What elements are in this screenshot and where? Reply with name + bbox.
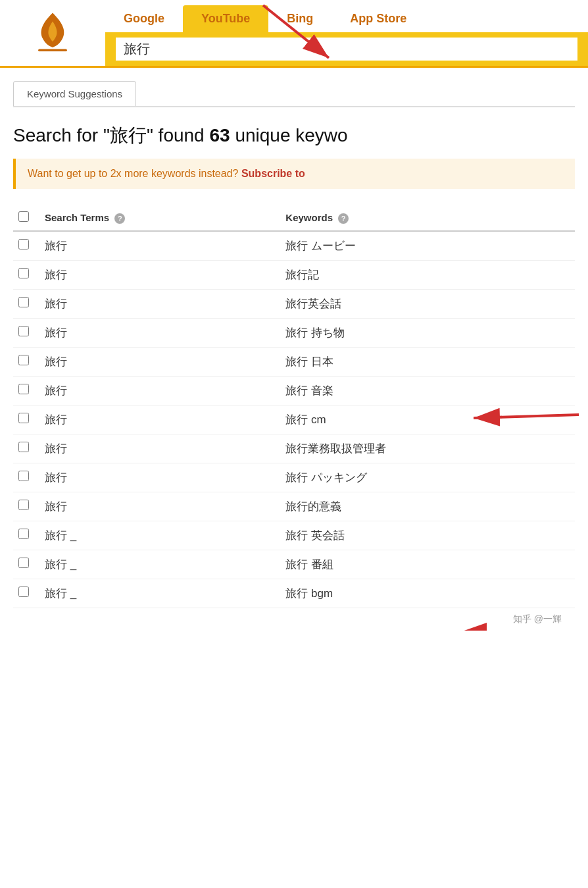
keyword-cell: 旅行 英会話	[280, 521, 575, 550]
results-prefix: Search for "旅行" found	[13, 125, 209, 145]
search-terms-help-icon[interactable]: ?	[114, 213, 125, 224]
page-wrapper: Google YouTube Bing App Store Keyword	[0, 0, 588, 631]
table-header-row: Search Terms ? Keywords ?	[13, 205, 575, 231]
main-content: Keyword Suggestions Search for "旅行" foun…	[0, 81, 588, 631]
keyword-cell: 旅行英会話	[280, 290, 575, 319]
search-term-cell: 旅行	[39, 290, 280, 319]
keyword-cell: 旅行 日本	[280, 348, 575, 377]
table-row: 旅行旅行 パッキング	[13, 463, 575, 492]
table-row: 旅行旅行的意義	[13, 492, 575, 521]
svg-rect-0	[38, 49, 67, 52]
row-checkbox-cell	[13, 319, 39, 348]
row-checkbox-cell	[13, 261, 39, 290]
row-checkbox[interactable]	[18, 297, 29, 307]
row-checkbox[interactable]	[18, 442, 29, 452]
row-checkbox-cell	[13, 550, 39, 579]
search-term-cell: 旅行	[39, 261, 280, 290]
row-checkbox[interactable]	[18, 355, 29, 365]
header-search-terms: Search Terms ?	[39, 205, 280, 231]
keyword-cell: 旅行的意義	[280, 492, 575, 521]
keyword-cell: 旅行記	[280, 261, 575, 290]
search-term-cell: 旅行 _	[39, 579, 280, 608]
results-count: 63	[209, 125, 230, 145]
keyword-cell: 旅行 bgm	[280, 579, 575, 608]
search-term-cell: 旅行	[39, 405, 280, 434]
keyword-cell: 旅行 パッキング	[280, 463, 575, 492]
row-checkbox-cell	[13, 434, 39, 463]
row-checkbox[interactable]	[18, 384, 29, 394]
row-checkbox-cell	[13, 521, 39, 550]
results-suffix: unique keywo	[230, 125, 348, 145]
row-checkbox-cell	[13, 377, 39, 405]
row-checkbox-cell	[13, 463, 39, 492]
search-term-cell: 旅行 _	[39, 550, 280, 579]
table-row: 旅行旅行 cm	[13, 405, 575, 434]
upsell-text: Want to get up to 2x more keywords inste…	[28, 168, 241, 179]
table-row: 旅行 _旅行 bgm	[13, 579, 575, 608]
select-all-checkbox[interactable]	[18, 211, 29, 222]
table-row: 旅行旅行 持ち物	[13, 319, 575, 348]
table-row: 旅行旅行 音楽	[13, 377, 575, 405]
row-checkbox[interactable]	[18, 471, 29, 481]
row-checkbox-cell	[13, 579, 39, 608]
table-row: 旅行旅行 ムービー	[13, 231, 575, 261]
row-checkbox[interactable]	[18, 529, 29, 539]
keyword-cell: 旅行 持ち物	[280, 319, 575, 348]
row-checkbox[interactable]	[18, 413, 29, 423]
logo-area	[0, 0, 105, 66]
search-term-cell: 旅行	[39, 492, 280, 521]
keywords-table: Search Terms ? Keywords ? 旅行旅行 ムービー旅行旅行記…	[13, 205, 575, 608]
suggestions-tab[interactable]: Keyword Suggestions	[13, 81, 136, 106]
table-row: 旅行旅行 日本	[13, 348, 575, 377]
search-term-cell: 旅行	[39, 377, 280, 405]
table-row: 旅行 _旅行 英会話	[13, 521, 575, 550]
watermark-text: 知乎 @一輝	[513, 614, 562, 624]
row-checkbox[interactable]	[18, 500, 29, 510]
keyword-cell: 旅行 番組	[280, 550, 575, 579]
row-checkbox-cell	[13, 290, 39, 319]
search-term-cell: 旅行	[39, 434, 280, 463]
subscribe-link[interactable]: Subscribe to	[241, 168, 305, 179]
table-row: 旅行 _旅行 番組	[13, 550, 575, 579]
keywords-help-icon[interactable]: ?	[338, 213, 349, 224]
row-checkbox-cell	[13, 348, 39, 377]
keyword-cell: 旅行 cm	[280, 405, 575, 434]
row-checkbox[interactable]	[18, 587, 29, 597]
header-keywords: Keywords ?	[280, 205, 575, 231]
results-heading: Search for "旅行" found 63 unique keywo	[13, 123, 575, 148]
table-body: 旅行旅行 ムービー旅行旅行記旅行旅行英会話旅行旅行 持ち物旅行旅行 日本旅行旅行…	[13, 231, 575, 608]
keyword-cell: 旅行業務取扱管理者	[280, 434, 575, 463]
search-term-cell: 旅行	[39, 231, 280, 261]
search-term-cell: 旅行	[39, 463, 280, 492]
search-term-cell: 旅行	[39, 348, 280, 377]
search-term-cell: 旅行 _	[39, 521, 280, 550]
keyword-cell: 旅行 音楽	[280, 377, 575, 405]
suggestions-tab-container: Keyword Suggestions	[13, 81, 575, 107]
app-logo	[30, 10, 76, 56]
row-checkbox[interactable]	[18, 268, 29, 278]
table-row: 旅行旅行業務取扱管理者	[13, 434, 575, 463]
row-checkbox-cell	[13, 231, 39, 261]
row-checkbox[interactable]	[18, 326, 29, 336]
table-row: 旅行旅行英会話	[13, 290, 575, 319]
watermark: 知乎 @一輝	[13, 608, 575, 631]
row-checkbox-cell	[13, 405, 39, 434]
search-term-cell: 旅行	[39, 319, 280, 348]
row-checkbox[interactable]	[18, 558, 29, 568]
row-checkbox-cell	[13, 492, 39, 521]
header-checkbox-col	[13, 205, 39, 231]
upsell-banner: Want to get up to 2x more keywords inste…	[13, 159, 575, 189]
row-checkbox[interactable]	[18, 239, 29, 249]
keyword-cell: 旅行 ムービー	[280, 231, 575, 261]
table-row: 旅行旅行記	[13, 261, 575, 290]
